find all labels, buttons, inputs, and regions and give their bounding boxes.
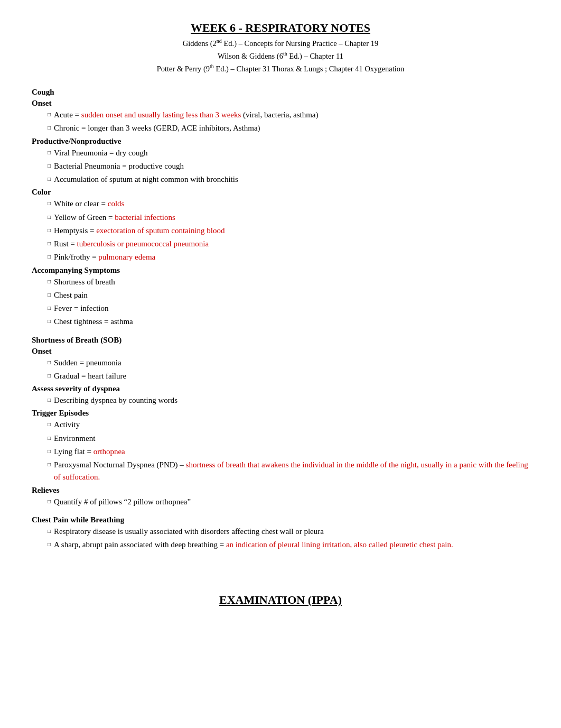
cough-section: Cough Onset Acute = sudden onset and usu…: [32, 88, 529, 328]
subtitle-line3: Potter & Perry (9th Ed.) – Chapter 31 Th…: [32, 62, 529, 75]
list-item: Shortness of breath: [48, 276, 529, 288]
list-item: Pink/frothy = pulmonary edema: [48, 251, 529, 263]
sob-section: Shortness of Breath (SOB) Onset Sudden =…: [32, 336, 529, 508]
list-item: Chest pain: [48, 289, 529, 301]
list-item: Paroxysmal Nocturnal Dyspnea (PND) – sho…: [48, 459, 529, 484]
trigger-list: Activity Environment Lying flat = orthop…: [48, 419, 529, 483]
list-item: Viral Pneumonia = dry cough: [48, 147, 529, 159]
list-item: White or clear = colds: [48, 198, 529, 210]
list-item: A sharp, abrupt pain associated with dee…: [48, 539, 529, 551]
assess-list: Describing dyspnea by counting words: [48, 394, 529, 407]
sob-onset-list: Sudden = pneumonia Gradual = heart failu…: [48, 357, 529, 383]
assess-title: Assess severity of dyspnea: [32, 384, 529, 393]
list-item: Respiratory disease is usually associate…: [48, 526, 529, 538]
list-item: Chest tightness = asthma: [48, 316, 529, 328]
onset-list: Acute = sudden onset and usually lasting…: [48, 109, 529, 135]
list-item: Bacterial Pneumonia = productive cough: [48, 160, 529, 172]
exam-title: EXAMINATION (IPPA): [32, 593, 529, 607]
list-item: Quantify # of pillows “2 pillow orthopne…: [48, 496, 529, 508]
onset-title: Onset: [32, 99, 529, 108]
relieves-list: Quantify # of pillows “2 pillow orthopne…: [48, 496, 529, 508]
page-header: WEEK 6 - RESPIRATORY NOTES Giddens (2nd …: [32, 21, 529, 75]
list-item: Accumulation of sputum at night common w…: [48, 173, 529, 186]
list-item: Activity: [48, 419, 529, 431]
color-title: Color: [32, 188, 529, 197]
accompanying-list: Shortness of breath Chest pain Fever = i…: [48, 276, 529, 328]
sob-onset-title: Onset: [32, 347, 529, 356]
list-item: Environment: [48, 432, 529, 445]
relieves-title: Relieves: [32, 486, 529, 495]
cough-title: Cough: [32, 88, 529, 97]
list-item: Describing dyspnea by counting words: [48, 394, 529, 407]
color-list: White or clear = colds Yellow of Green =…: [48, 198, 529, 263]
chest-pain-section: Chest Pain while Breathing Respiratory d…: [32, 515, 529, 551]
sob-title: Shortness of Breath (SOB): [32, 336, 529, 345]
chest-pain-title: Chest Pain while Breathing: [32, 515, 529, 524]
list-item: Rust = tuberculosis or pneumococcal pneu…: [48, 238, 529, 250]
productive-list: Viral Pneumonia = dry cough Bacterial Pn…: [48, 147, 529, 186]
productive-title: Productive/Nonproductive: [32, 137, 529, 146]
list-item: Fever = infection: [48, 302, 529, 315]
list-item: Yellow of Green = bacterial infections: [48, 211, 529, 224]
list-item: Hemptysis = exectoration of sputum conta…: [48, 225, 529, 237]
chest-pain-list: Respiratory disease is usually associate…: [48, 526, 529, 551]
subtitle-line2: Wilson & Giddens (6th Ed.) – Chapter 11: [32, 50, 529, 62]
trigger-title: Trigger Episodes: [32, 409, 529, 418]
list-item: Acute = sudden onset and usually lasting…: [48, 109, 529, 121]
subtitle-line1: Giddens (2nd Ed.) – Concepts for Nursing…: [32, 37, 529, 50]
accompanying-title: Accompanying Symptoms: [32, 266, 529, 275]
list-item: Sudden = pneumonia: [48, 357, 529, 369]
list-item: Gradual = heart failure: [48, 370, 529, 382]
list-item: Lying flat = orthopnea: [48, 446, 529, 458]
main-title: WEEK 6 - RESPIRATORY NOTES: [32, 21, 529, 35]
list-item: Chronic = longer than 3 weeks (GERD, ACE…: [48, 122, 529, 134]
